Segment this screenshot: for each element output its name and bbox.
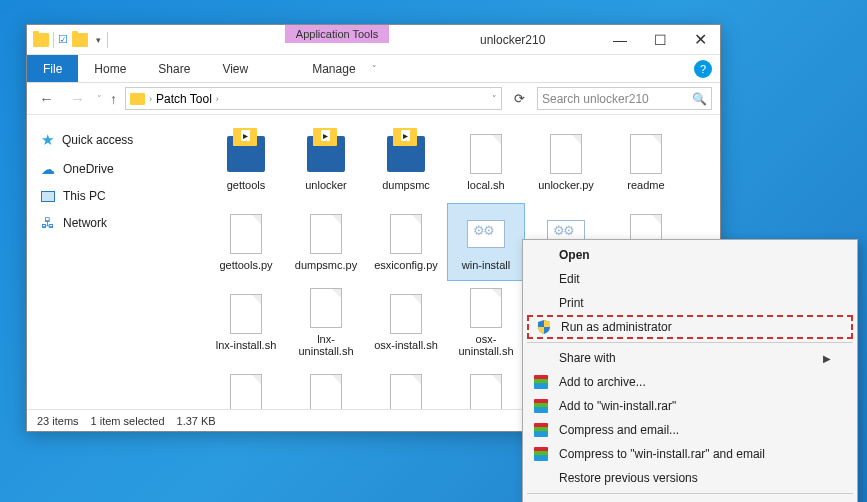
up-button[interactable]: ↑ [110,91,117,107]
menu-label: Compress to "win-install.rar" and email [559,447,765,461]
file-label: esxiconfig.py [374,259,438,271]
menu-print[interactable]: Print [525,291,855,315]
close-button[interactable]: ✕ [680,26,720,54]
status-item-count: 23 items [37,415,79,427]
file-item[interactable]: gettools [207,123,285,201]
minimize-button[interactable]: — [600,26,640,54]
tab-share[interactable]: Share [142,55,206,82]
address-dropdown-icon[interactable]: ˅ [492,94,497,104]
back-button[interactable]: ← [35,88,58,109]
menu-restore-previous[interactable]: Restore previous versions [525,466,855,490]
doc-file-icon [305,287,347,329]
menu-label: Add to "win-install.rar" [559,399,676,413]
gear-file-icon [465,213,507,255]
doc-file-icon [225,293,267,335]
sidebar-label: Quick access [62,133,133,147]
tab-file[interactable]: File [27,55,78,82]
help-icon[interactable]: ? [694,60,712,78]
menu-run-as-administrator[interactable]: Run as administrator [527,315,853,339]
breadcrumb[interactable]: Patch Tool [156,92,212,106]
separator [53,32,54,48]
doc-file-icon [225,213,267,255]
menu-add-to-rar[interactable]: Add to "win-install.rar" [525,394,855,418]
qat-dropdown-icon[interactable]: ▾ [96,35,101,45]
menu-share-with[interactable]: Share with ▶ [525,346,855,370]
doc-file-icon [385,213,427,255]
ribbon-tabs: File Home Share View Manage ˅ ? [27,55,720,83]
star-icon: ★ [41,131,54,149]
doc-file-icon [465,373,507,409]
file-label: readme [627,179,664,191]
chevron-right-icon[interactable]: › [216,94,219,104]
forward-button[interactable]: → [66,88,89,109]
folder-icon[interactable] [72,33,88,47]
separator [527,342,853,343]
tab-home[interactable]: Home [78,55,142,82]
menu-open[interactable]: Open [525,243,855,267]
doc-file-icon [305,373,347,409]
file-item[interactable]: gettools.py [207,203,285,281]
file-label: unlocker.py [538,179,594,191]
titlebar: ☑ ▾ Application Tools unlocker210 — ☐ ✕ [27,25,720,55]
chevron-right-icon[interactable]: › [149,94,152,104]
menu-compress-email[interactable]: Compress and email... [525,418,855,442]
sidebar-item-network[interactable]: 🖧 Network [27,209,195,237]
file-item[interactable]: osx-uninstall.sh [447,283,525,361]
file-item[interactable]: local.sh [447,123,525,201]
maximize-button[interactable]: ☐ [640,26,680,54]
file-item[interactable]: unlocker.py [527,123,605,201]
sidebar-item-this-pc[interactable]: This PC [27,183,195,209]
winrar-icon [533,446,549,462]
doc-file-icon [545,133,587,175]
file-label: dumpsmc [382,179,430,191]
sidebar-label: Network [63,216,107,230]
doc-file-icon [225,373,267,409]
file-item[interactable]: esxiconfig.py [367,203,445,281]
file-item[interactable]: dumpsmc.py [287,203,365,281]
menu-send-to[interactable]: Send to ▶ [525,497,855,502]
file-item[interactable]: .gitattribute [367,363,445,409]
file-item[interactable]: esxi-smctes [447,363,525,409]
check-icon[interactable]: ☑ [58,33,68,46]
menu-label: Compress and email... [559,423,679,437]
tab-manage[interactable]: Manage [296,55,371,82]
folder-icon [130,93,145,105]
file-label: dumpsmc.py [295,259,357,271]
refresh-icon[interactable]: ⟳ [514,91,525,106]
chevron-right-icon: ▶ [823,353,831,364]
menu-edit[interactable]: Edit [525,267,855,291]
navigation-pane: ★ Quick access ☁ OneDrive This PC 🖧 Netw… [27,115,195,409]
file-item[interactable]: win-install [447,203,525,281]
status-size: 1.37 KB [177,415,216,427]
sidebar-item-quick-access[interactable]: ★ Quick access [27,125,195,155]
status-selection: 1 item selected [91,415,165,427]
file-label: gettools.py [219,259,272,271]
file-item[interactable]: readme [607,123,685,201]
file-item[interactable]: esxi-uninst [287,363,365,409]
history-dropdown-icon[interactable]: ˅ [97,94,102,104]
doc-file-icon [625,133,667,175]
file-item[interactable]: lnx-install.sh [207,283,285,361]
winrar-icon [533,422,549,438]
ribbon-caret-icon[interactable]: ˅ [372,64,377,74]
separator [107,32,108,48]
file-item[interactable]: unlocker [287,123,365,201]
tab-view[interactable]: View [206,55,264,82]
quick-access-toolbar: ☑ ▾ [27,32,108,48]
file-item[interactable]: osx-install.sh [367,283,445,361]
search-icon[interactable]: 🔍 [692,92,707,106]
file-label: gettools [227,179,266,191]
file-item[interactable]: dumpsmc [367,123,445,201]
file-item[interactable]: lnx-update- [207,363,285,409]
doc-file-icon [305,213,347,255]
sidebar-label: OneDrive [63,162,114,176]
address-bar[interactable]: › Patch Tool › ˅ [125,87,502,110]
menu-compress-rar-email[interactable]: Compress to "win-install.rar" and email [525,442,855,466]
menu-add-to-archive[interactable]: Add to archive... [525,370,855,394]
sidebar-label: This PC [63,189,106,203]
file-item[interactable]: lnx-uninstall.sh [287,283,365,361]
disk-file-icon [385,133,427,175]
sidebar-item-onedrive[interactable]: ☁ OneDrive [27,155,195,183]
search-input[interactable]: Search unlocker210 🔍 [537,87,712,110]
window-controls: — ☐ ✕ [600,26,720,54]
